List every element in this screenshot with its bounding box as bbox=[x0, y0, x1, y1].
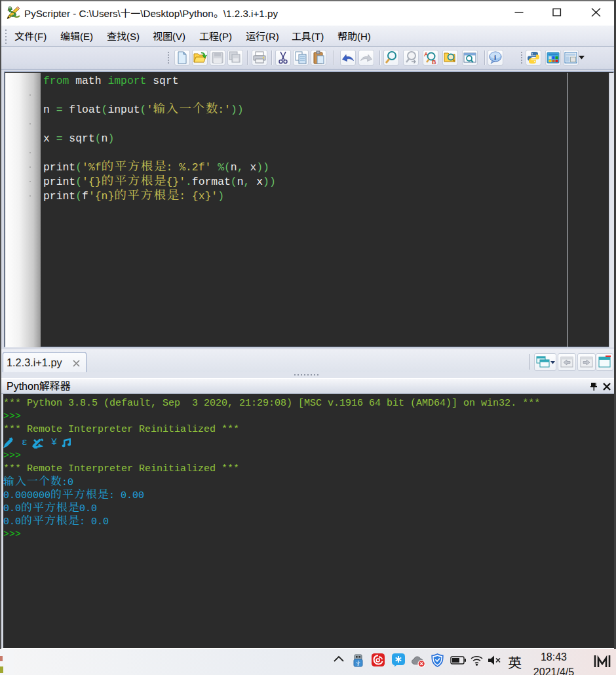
svg-text:i: i bbox=[494, 53, 496, 61]
svg-text:B: B bbox=[432, 59, 436, 65]
